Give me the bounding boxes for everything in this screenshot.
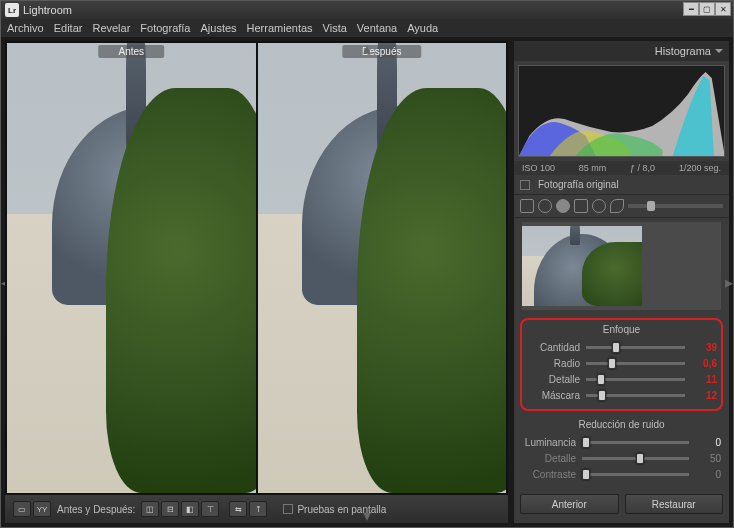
iso-value: ISO 100 — [522, 163, 555, 173]
slider-track[interactable] — [586, 378, 685, 381]
enfoque-slider-detalle: Detalle11 — [526, 371, 717, 387]
slider-value: 0 — [695, 469, 721, 480]
slider-label: Cantidad — [526, 342, 580, 353]
enfoque-slider-radio: Radio0,6 — [526, 355, 717, 371]
navigator-thumb[interactable] — [522, 226, 642, 306]
enfoque-highlight: Enfoque Cantidad39Radio0,6Detalle11Másca… — [520, 318, 723, 411]
radial-tool-icon[interactable] — [592, 199, 606, 213]
menu-archivo[interactable]: Archivo — [7, 22, 44, 34]
slider-track[interactable] — [586, 346, 685, 349]
ruido-slider-contraste: Contraste0 — [522, 466, 721, 482]
menu-herramientas[interactable]: Herramientas — [247, 22, 313, 34]
titlebar: Lr Lightroom ━ ▢ ✕ — [1, 1, 733, 19]
slider-value: 0 — [695, 437, 721, 448]
ba-single-lr-button[interactable]: ◧ — [181, 501, 199, 517]
app-badge: Lr — [5, 3, 19, 17]
original-photo-row: Fotografía original — [514, 175, 729, 195]
ruido-slider-detalle: Detalle50 — [522, 450, 721, 466]
copy-settings-button[interactable]: ⤒ — [249, 501, 267, 517]
menubar: Archivo Editar Revelar Fotografía Ajuste… — [1, 19, 733, 37]
slider-label: Radio — [526, 358, 580, 369]
slider-label: Máscara — [526, 390, 580, 401]
histogram-title: Histograma — [655, 45, 711, 57]
softproof-label: Pruebas en pantalla — [297, 504, 386, 515]
menu-revelar[interactable]: Revelar — [92, 22, 130, 34]
ruido-section: Reducción de ruido Luminancia0Detalle50C… — [514, 415, 729, 488]
swap-button[interactable]: ⇆ — [229, 501, 247, 517]
slider-label: Contraste — [522, 469, 576, 480]
menu-fotografia[interactable]: Fotografía — [140, 22, 190, 34]
histogram-header[interactable]: Histograma — [514, 41, 729, 61]
before-pane[interactable]: Antes — [7, 43, 256, 493]
ruido-slider-luminancia: Luminancia0 — [522, 434, 721, 450]
minimize-button[interactable]: ━ — [683, 2, 699, 16]
crop-tool-icon[interactable] — [520, 199, 534, 213]
original-checkbox[interactable] — [520, 180, 530, 190]
ba-split-lr-button[interactable]: ◫ — [141, 501, 159, 517]
slider-track[interactable] — [582, 441, 689, 444]
maximize-button[interactable]: ▢ — [699, 2, 715, 16]
loupe-view-button[interactable]: ▭ — [13, 501, 31, 517]
compare-view-button[interactable]: YY — [33, 501, 51, 517]
ba-split-tb-button[interactable]: ⊟ — [161, 501, 179, 517]
slider-track[interactable] — [582, 473, 689, 476]
after-pane[interactable]: Después — [258, 43, 507, 493]
histogram-plot[interactable] — [518, 65, 725, 157]
main-area: Antes Después ▭ YY Antes y Después: ◫ ⊟ … — [5, 41, 508, 523]
before-after-preview: Antes Después — [5, 41, 508, 495]
aperture-value: ƒ / 8,0 — [630, 163, 655, 173]
menu-vista[interactable]: Vista — [323, 22, 347, 34]
navigator — [522, 222, 721, 310]
slider-value: 0,6 — [691, 358, 717, 369]
slider-label: Luminancia — [522, 437, 576, 448]
slider-label: Detalle — [526, 374, 580, 385]
enfoque-slider-máscara: Máscara12 — [526, 387, 717, 403]
app-title: Lightroom — [23, 4, 72, 16]
slider-label: Detalle — [522, 453, 576, 464]
slider-track[interactable] — [586, 394, 685, 397]
collapse-top-icon[interactable]: ▴ — [363, 39, 371, 58]
ruido-title: Reducción de ruido — [522, 417, 721, 434]
before-label: Antes — [98, 45, 164, 58]
menu-editar[interactable]: Editar — [54, 22, 83, 34]
right-panel: Histograma ISO 100 85 mm ƒ / 8,0 1/200 s… — [514, 41, 729, 523]
compare-mode-label: Antes y Después: — [57, 504, 135, 515]
app-window: Lr Lightroom ━ ▢ ✕ Archivo Editar Revela… — [0, 0, 734, 528]
menu-ventana[interactable]: Ventana — [357, 22, 397, 34]
local-tools-row — [514, 195, 729, 218]
restore-button[interactable]: Restaurar — [625, 494, 724, 514]
focal-value: 85 mm — [579, 163, 607, 173]
menu-ayuda[interactable]: Ayuda — [407, 22, 438, 34]
slider-track[interactable] — [586, 362, 685, 365]
spot-tool-icon[interactable] — [538, 199, 552, 213]
shutter-value: 1/200 seg. — [679, 163, 721, 173]
previous-button[interactable]: Anterior — [520, 494, 619, 514]
close-button[interactable]: ✕ — [715, 2, 731, 16]
collapse-bottom-icon[interactable]: ▾ — [363, 506, 371, 525]
brush-tool-icon[interactable] — [610, 199, 624, 213]
enfoque-title: Enfoque — [526, 322, 717, 339]
histogram-readout: ISO 100 85 mm ƒ / 8,0 1/200 seg. — [514, 161, 729, 175]
after-label: Después — [342, 45, 421, 58]
ba-single-tb-button[interactable]: ⊤ — [201, 501, 219, 517]
slider-value: 12 — [691, 390, 717, 401]
slider-value: 39 — [691, 342, 717, 353]
slider-value: 50 — [695, 453, 721, 464]
softproof-checkbox[interactable] — [283, 504, 293, 514]
slider-track[interactable] — [582, 457, 689, 460]
slider-value: 11 — [691, 374, 717, 385]
chevron-down-icon — [715, 49, 723, 53]
original-label: Fotografía original — [538, 179, 619, 190]
redeye-tool-icon[interactable] — [556, 199, 570, 213]
menu-ajustes[interactable]: Ajustes — [200, 22, 236, 34]
grad-tool-icon[interactable] — [574, 199, 588, 213]
collapse-right-icon[interactable]: ▸ — [725, 262, 733, 302]
enfoque-slider-cantidad: Cantidad39 — [526, 339, 717, 355]
tool-size-slider[interactable] — [628, 204, 723, 208]
bottom-toolbar: ▭ YY Antes y Después: ◫ ⊟ ◧ ⊤ ⇆ ⤒ Prueba… — [5, 495, 508, 523]
